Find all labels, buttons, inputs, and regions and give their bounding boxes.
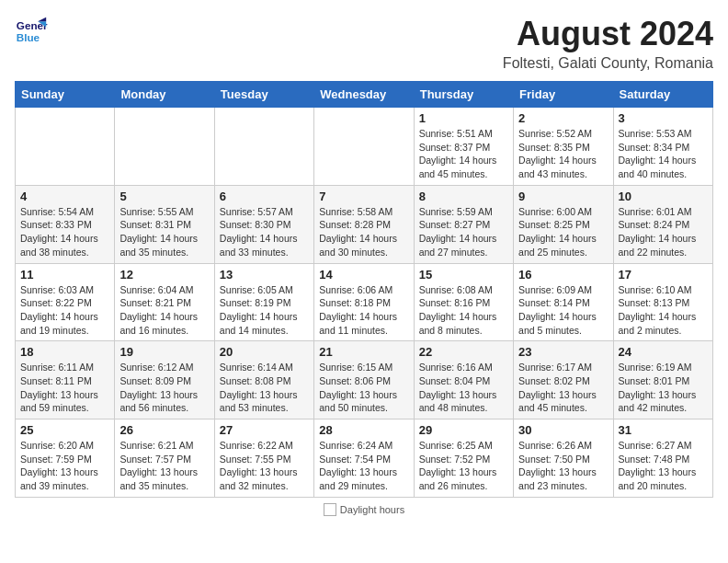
logo: General Blue bbox=[15, 15, 48, 48]
day-info: Sunrise: 6:17 AM Sunset: 8:02 PM Dayligh… bbox=[518, 361, 608, 415]
day-number: 28 bbox=[319, 423, 408, 437]
day-info: Sunrise: 6:10 AM Sunset: 8:13 PM Dayligh… bbox=[619, 283, 708, 338]
header: General Blue August 2024 Foltesti, Galat… bbox=[15, 15, 713, 72]
day-info: Sunrise: 5:54 AM Sunset: 8:33 PM Dayligh… bbox=[20, 205, 109, 259]
day-info: Sunrise: 5:59 AM Sunset: 8:27 PM Dayligh… bbox=[419, 205, 508, 259]
calendar-week-row: 25Sunrise: 6:20 AM Sunset: 7:59 PM Dayli… bbox=[16, 419, 713, 498]
calendar-table: SundayMondayTuesdayWednesdayThursdayFrid… bbox=[15, 81, 713, 498]
calendar-header-wednesday: Wednesday bbox=[314, 82, 414, 108]
calendar-cell: 25Sunrise: 6:20 AM Sunset: 7:59 PM Dayli… bbox=[16, 419, 115, 498]
day-number: 8 bbox=[419, 190, 508, 203]
day-number: 29 bbox=[419, 423, 508, 437]
day-info: Sunrise: 5:55 AM Sunset: 8:31 PM Dayligh… bbox=[119, 205, 209, 259]
day-info: Sunrise: 6:12 AM Sunset: 8:09 PM Dayligh… bbox=[119, 361, 209, 415]
day-info: Sunrise: 5:51 AM Sunset: 8:37 PM Dayligh… bbox=[419, 127, 508, 181]
day-info: Sunrise: 5:57 AM Sunset: 8:30 PM Dayligh… bbox=[220, 205, 309, 259]
calendar-header-thursday: Thursday bbox=[414, 82, 513, 108]
calendar-cell: 13Sunrise: 6:05 AM Sunset: 8:19 PM Dayli… bbox=[214, 263, 313, 341]
day-info: Sunrise: 6:05 AM Sunset: 8:19 PM Dayligh… bbox=[220, 283, 309, 338]
day-info: Sunrise: 6:21 AM Sunset: 7:57 PM Dayligh… bbox=[119, 439, 209, 493]
calendar-cell: 14Sunrise: 6:06 AM Sunset: 8:18 PM Dayli… bbox=[314, 263, 414, 341]
calendar-header-monday: Monday bbox=[115, 82, 214, 108]
day-number: 16 bbox=[518, 268, 608, 282]
day-number: 27 bbox=[220, 423, 309, 437]
calendar-cell: 24Sunrise: 6:19 AM Sunset: 8:01 PM Dayli… bbox=[613, 341, 712, 419]
calendar-week-row: 18Sunrise: 6:11 AM Sunset: 8:11 PM Dayli… bbox=[16, 341, 713, 419]
day-info: Sunrise: 6:15 AM Sunset: 8:06 PM Dayligh… bbox=[319, 361, 408, 415]
calendar-cell: 8Sunrise: 5:59 AM Sunset: 8:27 PM Daylig… bbox=[414, 185, 513, 263]
day-info: Sunrise: 6:25 AM Sunset: 7:52 PM Dayligh… bbox=[419, 439, 508, 493]
calendar-week-row: 4Sunrise: 5:54 AM Sunset: 8:33 PM Daylig… bbox=[16, 185, 713, 263]
calendar-cell: 6Sunrise: 5:57 AM Sunset: 8:30 PM Daylig… bbox=[214, 185, 313, 263]
calendar-cell: 31Sunrise: 6:27 AM Sunset: 7:48 PM Dayli… bbox=[613, 419, 712, 498]
day-number: 15 bbox=[419, 268, 508, 282]
calendar-week-row: 1Sunrise: 5:51 AM Sunset: 8:37 PM Daylig… bbox=[16, 108, 713, 186]
calendar-cell: 12Sunrise: 6:04 AM Sunset: 8:21 PM Dayli… bbox=[115, 263, 214, 341]
day-number: 6 bbox=[220, 190, 309, 203]
calendar-cell: 15Sunrise: 6:08 AM Sunset: 8:16 PM Dayli… bbox=[414, 263, 513, 341]
day-info: Sunrise: 6:26 AM Sunset: 7:50 PM Dayligh… bbox=[518, 439, 608, 493]
day-number: 18 bbox=[20, 345, 109, 359]
calendar-header-saturday: Saturday bbox=[613, 82, 712, 108]
title-area: August 2024 Foltesti, Galati County, Rom… bbox=[503, 15, 713, 72]
day-info: Sunrise: 6:14 AM Sunset: 8:08 PM Dayligh… bbox=[220, 361, 309, 415]
day-number: 2 bbox=[518, 111, 608, 125]
main-title: August 2024 bbox=[503, 15, 713, 53]
day-info: Sunrise: 6:22 AM Sunset: 7:55 PM Dayligh… bbox=[220, 439, 309, 493]
calendar-cell bbox=[314, 108, 414, 186]
day-number: 14 bbox=[319, 268, 408, 282]
day-info: Sunrise: 5:58 AM Sunset: 8:28 PM Dayligh… bbox=[319, 205, 408, 259]
calendar-cell: 21Sunrise: 6:15 AM Sunset: 8:06 PM Dayli… bbox=[314, 341, 414, 419]
subtitle: Foltesti, Galati County, Romania bbox=[503, 55, 713, 72]
day-info: Sunrise: 6:09 AM Sunset: 8:14 PM Dayligh… bbox=[518, 283, 608, 338]
day-number: 31 bbox=[619, 423, 708, 437]
calendar-header-tuesday: Tuesday bbox=[214, 82, 313, 108]
logo-icon: General Blue bbox=[15, 15, 48, 48]
calendar-cell: 9Sunrise: 6:00 AM Sunset: 8:25 PM Daylig… bbox=[514, 185, 613, 263]
day-number: 7 bbox=[319, 190, 408, 203]
calendar-header-friday: Friday bbox=[514, 82, 613, 108]
day-number: 26 bbox=[119, 423, 209, 437]
day-info: Sunrise: 6:11 AM Sunset: 8:11 PM Dayligh… bbox=[20, 361, 109, 415]
day-info: Sunrise: 6:24 AM Sunset: 7:54 PM Dayligh… bbox=[319, 439, 408, 493]
day-info: Sunrise: 6:00 AM Sunset: 8:25 PM Dayligh… bbox=[518, 205, 608, 259]
day-info: Sunrise: 6:04 AM Sunset: 8:21 PM Dayligh… bbox=[119, 283, 209, 338]
calendar-cell: 30Sunrise: 6:26 AM Sunset: 7:50 PM Dayli… bbox=[514, 419, 613, 498]
day-number: 30 bbox=[518, 423, 608, 437]
calendar-cell bbox=[115, 108, 214, 186]
calendar-cell: 26Sunrise: 6:21 AM Sunset: 7:57 PM Dayli… bbox=[115, 419, 214, 498]
day-number: 23 bbox=[518, 345, 608, 359]
day-number: 10 bbox=[619, 190, 708, 203]
calendar-cell: 7Sunrise: 5:58 AM Sunset: 8:28 PM Daylig… bbox=[314, 185, 414, 263]
day-number: 4 bbox=[20, 190, 109, 203]
calendar-cell bbox=[16, 108, 115, 186]
day-number: 17 bbox=[619, 268, 708, 282]
calendar-cell: 22Sunrise: 6:16 AM Sunset: 8:04 PM Dayli… bbox=[414, 341, 513, 419]
day-number: 1 bbox=[419, 111, 508, 125]
day-number: 12 bbox=[119, 268, 209, 282]
calendar-header-sunday: Sunday bbox=[16, 82, 115, 108]
calendar-cell: 20Sunrise: 6:14 AM Sunset: 8:08 PM Dayli… bbox=[214, 341, 313, 419]
day-number: 22 bbox=[419, 345, 508, 359]
day-info: Sunrise: 5:53 AM Sunset: 8:34 PM Dayligh… bbox=[619, 127, 708, 181]
day-info: Sunrise: 6:27 AM Sunset: 7:48 PM Dayligh… bbox=[619, 439, 708, 493]
day-number: 3 bbox=[619, 111, 708, 125]
day-number: 5 bbox=[119, 190, 209, 203]
calendar-cell: 23Sunrise: 6:17 AM Sunset: 8:02 PM Dayli… bbox=[514, 341, 613, 419]
calendar-cell: 16Sunrise: 6:09 AM Sunset: 8:14 PM Dayli… bbox=[514, 263, 613, 341]
day-info: Sunrise: 6:19 AM Sunset: 8:01 PM Dayligh… bbox=[619, 361, 708, 415]
day-info: Sunrise: 5:52 AM Sunset: 8:35 PM Dayligh… bbox=[518, 127, 608, 181]
day-number: 19 bbox=[119, 345, 209, 359]
day-number: 13 bbox=[220, 268, 309, 282]
day-info: Sunrise: 6:16 AM Sunset: 8:04 PM Dayligh… bbox=[419, 361, 508, 415]
daylight-label: Daylight hours bbox=[340, 504, 404, 515]
calendar-cell: 27Sunrise: 6:22 AM Sunset: 7:55 PM Dayli… bbox=[214, 419, 313, 498]
calendar-cell: 3Sunrise: 5:53 AM Sunset: 8:34 PM Daylig… bbox=[613, 108, 712, 186]
calendar-cell: 18Sunrise: 6:11 AM Sunset: 8:11 PM Dayli… bbox=[16, 341, 115, 419]
calendar-cell: 19Sunrise: 6:12 AM Sunset: 8:09 PM Dayli… bbox=[115, 341, 214, 419]
calendar-header-row: SundayMondayTuesdayWednesdayThursdayFrid… bbox=[16, 82, 713, 108]
calendar-cell: 28Sunrise: 6:24 AM Sunset: 7:54 PM Dayli… bbox=[314, 419, 414, 498]
day-info: Sunrise: 6:06 AM Sunset: 8:18 PM Dayligh… bbox=[319, 283, 408, 338]
day-number: 9 bbox=[518, 190, 608, 203]
day-info: Sunrise: 6:01 AM Sunset: 8:24 PM Dayligh… bbox=[619, 205, 708, 259]
